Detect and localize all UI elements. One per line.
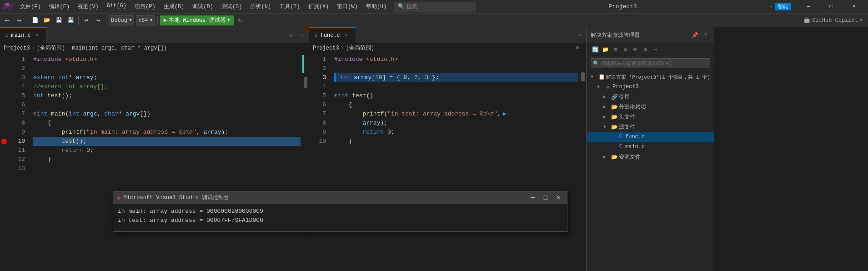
tree-label-main-c: main.c	[625, 144, 710, 150]
r-code-line-7: printf("in test: array address = %p\n", …	[334, 110, 578, 119]
menu-build[interactable]: 生成(B)	[160, 2, 188, 11]
code-line-4: //extern int array[];	[33, 82, 301, 91]
tree-icon-project: ◈	[604, 83, 612, 90]
run-debug-button[interactable]: ▶ 本地 Windows 调试器 ▼	[160, 15, 234, 25]
sol-sync-btn[interactable]: 🔄	[591, 45, 600, 54]
breadcrumb-sep-1: ›	[32, 45, 35, 51]
solution-pin-button[interactable]: 📌	[690, 30, 699, 40]
left-code-lines[interactable]: #include <stdio.h> extern int* array; //…	[29, 53, 302, 271]
sol-git-btn[interactable]: ⚙	[621, 45, 630, 54]
minimize-button[interactable]: ─	[798, 0, 819, 14]
code-line-1: #include <stdio.h>	[33, 55, 301, 64]
solution-close-button[interactable]: ×	[701, 30, 710, 40]
debug-console-maximize[interactable]: □	[541, 193, 551, 203]
solution-search-input[interactable]	[601, 60, 708, 66]
tab-close-main-c[interactable]: ×	[34, 32, 41, 39]
redo-button[interactable]: ↪	[93, 15, 104, 26]
new-file-button[interactable]: 📄	[30, 15, 40, 26]
back-button[interactable]: ⟵	[2, 15, 13, 26]
code-line-11: return 0;	[33, 146, 301, 155]
tree-label-solution: 解决方案 'Project3'(1 个项目，共 1 个)	[606, 74, 710, 80]
tab-overflow-right[interactable]: ⋯	[574, 30, 584, 40]
platform-dropdown[interactable]: x64 ▼	[136, 15, 155, 25]
menu-project[interactable]: 项目(P)	[131, 2, 159, 11]
gutter-6	[0, 100, 8, 110]
maximize-button[interactable]: □	[821, 0, 842, 14]
menu-window[interactable]: 窗口(W)	[333, 2, 361, 11]
menu-analyze[interactable]: 分析(N)	[246, 2, 275, 11]
sol-filter-btn[interactable]: ⊞	[611, 45, 620, 54]
c-file-icon-left: C	[5, 33, 9, 38]
menu-help[interactable]: 帮助(H)	[362, 2, 391, 11]
right-scrollbar[interactable]	[580, 53, 586, 271]
debug-config-dropdown[interactable]: Debug ▼	[109, 15, 134, 25]
gutter-10-breakpoint[interactable]	[0, 137, 8, 146]
tab-main-c-left[interactable]: C main.c ×	[0, 27, 47, 43]
forward-button[interactable]: ⟶	[14, 15, 25, 26]
breadcrumb-scope-right[interactable]: (全局范围)	[346, 44, 374, 52]
sol-show-all-btn[interactable]: 📁	[601, 45, 610, 54]
search-icon: 🔍	[398, 3, 405, 10]
scroll-thumb-left[interactable]	[304, 77, 307, 88]
tree-references[interactable]: ▶ 🔗 引用	[587, 92, 714, 102]
right-editor-extra-btn[interactable]: ⊕	[572, 43, 582, 53]
tree-external-deps[interactable]: ▶ 📂 外部依赖项	[587, 102, 714, 112]
right-code-lines[interactable]: #include <stdio.h> int array[10] = { 9, …	[330, 53, 580, 271]
tree-label-project: Project3	[612, 84, 710, 90]
menu-view[interactable]: 视图(V)	[74, 2, 102, 11]
tab-func-c-right[interactable]: C func.c ×	[309, 27, 356, 43]
undo-button[interactable]: ↩	[81, 15, 92, 26]
debug-output-line-1: in main: array address = 000000020000000…	[118, 207, 562, 216]
tree-headers[interactable]: ▶ 📂 头文件	[587, 112, 714, 122]
github-copilot-area[interactable]: 🤖 GitHub Copilot ▼	[800, 17, 866, 24]
restart-debug-button[interactable]: ↻	[235, 15, 246, 26]
menu-edit[interactable]: 编辑(E)	[45, 2, 74, 11]
tree-main-c[interactable]: C main.c	[587, 142, 714, 152]
close-button[interactable]: ×	[843, 0, 864, 14]
right-breadcrumb: Project3 › (全局范围) ⊕	[309, 43, 586, 53]
menu-file[interactable]: 文件(F)	[16, 2, 45, 11]
scroll-thumb-right[interactable]	[581, 72, 585, 81]
tree-project3[interactable]: ▼ ◈ Project3	[587, 82, 714, 92]
tab-close-func-c[interactable]: ×	[343, 32, 350, 39]
ai-badge[interactable]: 智能	[775, 3, 791, 10]
menu-debug[interactable]: 调试(D)	[189, 2, 217, 11]
tab-overflow-left[interactable]: ⋯	[297, 30, 307, 40]
gutter-1	[0, 55, 8, 64]
tree-solution-root[interactable]: ▼ 📋 解决方案 'Project3'(1 个项目，共 1 个)	[587, 72, 714, 82]
sol-settings-btn[interactable]: ⚙	[641, 45, 650, 54]
split-editor-button[interactable]: ⊞	[286, 30, 296, 40]
toolbar-sep-4	[157, 16, 158, 25]
sol-more-btn[interactable]: ⋯	[651, 45, 660, 54]
tree-sources[interactable]: ▼ 📂 源文件	[587, 122, 714, 132]
debug-output-line-2: in test: array address = 00007FF7SFA1D00…	[118, 216, 562, 225]
debug-console-minimize[interactable]: ─	[528, 193, 538, 203]
menu-test[interactable]: 测试(S)	[218, 2, 246, 11]
code-line-3: extern int* array;	[33, 73, 301, 82]
breadcrumb-project-right[interactable]: Project3	[313, 45, 339, 51]
left-scrollbar[interactable]	[302, 53, 309, 271]
breadcrumb-scope-left[interactable]: (全局范围)	[37, 44, 65, 52]
save-all-button[interactable]: 💾	[65, 15, 76, 26]
code-line-12: }	[33, 155, 301, 164]
gutter-5	[0, 91, 8, 100]
debug-console-close[interactable]: ×	[553, 193, 563, 203]
toolbar-sep-3	[106, 16, 106, 25]
ln-10: 10	[8, 137, 25, 146]
gutter-12	[0, 155, 8, 164]
sol-preview-btn[interactable]: 👁	[631, 45, 640, 54]
menu-extensions[interactable]: 扩展(X)	[305, 2, 333, 11]
menu-git[interactable]: Git(G)	[103, 2, 130, 11]
save-button[interactable]: 💾	[53, 15, 64, 26]
tree-func-c[interactable]: C func.c	[587, 132, 714, 142]
breadcrumb-fn-left[interactable]: main(int argc, char * argv[])	[72, 45, 167, 51]
r-code-line-6: {	[334, 100, 578, 110]
menu-tools[interactable]: 工具(T)	[276, 2, 304, 11]
tree-resources[interactable]: ▶ 📂 资源文件	[587, 152, 714, 162]
breadcrumb-project-left[interactable]: Project3	[4, 45, 30, 51]
solution-search[interactable]: 🔍	[591, 58, 710, 68]
open-file-button[interactable]: 📂	[41, 15, 52, 26]
solution-search-icon: 🔍	[593, 60, 599, 66]
tree-chevron-project: ▼	[597, 85, 603, 90]
right-tabs-bar: C func.c × ⋯	[309, 27, 586, 43]
